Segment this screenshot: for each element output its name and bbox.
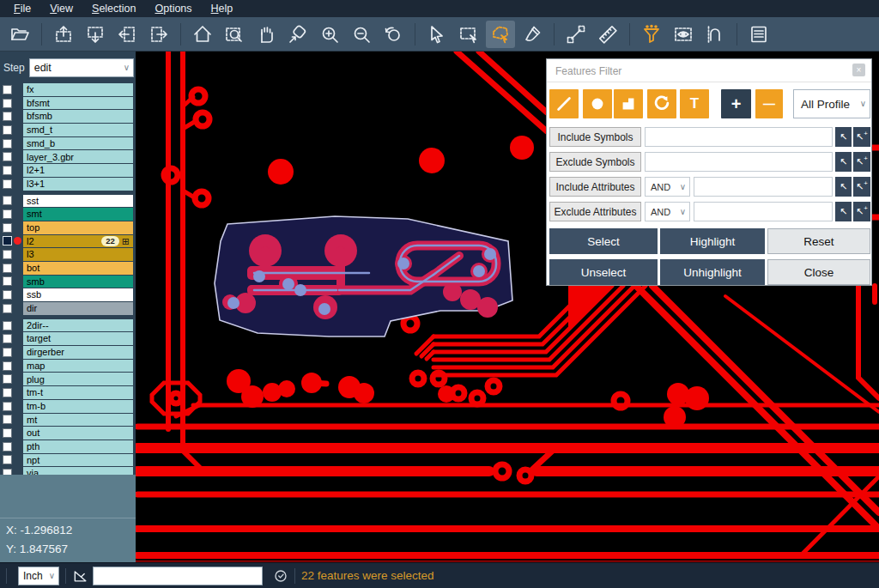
- pan-left-icon[interactable]: [112, 21, 142, 48]
- pick-symbol-icon[interactable]: [835, 152, 852, 172]
- close-icon[interactable]: [852, 64, 865, 76]
- layer-name[interactable]: map: [23, 360, 133, 373]
- layer-row-out[interactable]: out: [0, 427, 136, 439]
- pick-add-attribute-icon[interactable]: [853, 202, 870, 221]
- layer-row-2dir--[interactable]: 2dir--: [0, 319, 136, 332]
- layer-checkbox[interactable]: [3, 388, 12, 397]
- layer-name[interactable]: out: [23, 427, 133, 439]
- layer-name[interactable]: l3: [23, 248, 133, 261]
- layer-name[interactable]: tm-b: [23, 400, 133, 413]
- unit-select[interactable]: Inch: [18, 567, 59, 585]
- layer-checkbox[interactable]: [3, 348, 12, 357]
- layer-checkbox[interactable]: [3, 196, 12, 205]
- layer-row-dirgerber[interactable]: dirgerber: [0, 346, 136, 359]
- layer-row-top[interactable]: top: [0, 221, 136, 234]
- include-symbols-button[interactable]: Include Symbols: [549, 127, 641, 147]
- layer-row-smb[interactable]: smb: [0, 276, 136, 288]
- filter-text-icon[interactable]: [680, 89, 709, 118]
- layer-row-l2[interactable]: l222⊞: [0, 235, 136, 248]
- dialog-titlebar[interactable]: Features Filter: [547, 59, 871, 82]
- layer-checkbox[interactable]: [3, 290, 12, 300]
- include-attributes-input[interactable]: [694, 177, 833, 197]
- layer-row-bot[interactable]: bot: [0, 262, 136, 275]
- zoom-previous-icon[interactable]: [379, 21, 408, 48]
- layer-checkbox[interactable]: [3, 402, 12, 411]
- pan-right-icon[interactable]: [144, 21, 173, 48]
- include-attributes-button[interactable]: Include Attributes: [549, 177, 641, 197]
- pick-attribute-icon[interactable]: [835, 202, 852, 221]
- layer-name[interactable]: sst: [23, 195, 133, 208]
- snap-icon[interactable]: [700, 21, 730, 48]
- exclude-attributes-operator[interactable]: AND: [645, 202, 690, 221]
- layer-row-tm-t[interactable]: tm-t: [0, 386, 136, 399]
- exclude-symbols-input[interactable]: [645, 152, 833, 172]
- layer-checkbox[interactable]: [3, 428, 12, 438]
- layer-row-mt[interactable]: mt: [0, 414, 136, 427]
- layer-name[interactable]: top: [23, 221, 133, 234]
- add-filter-icon[interactable]: [721, 89, 751, 118]
- layer-checkbox[interactable]: [3, 139, 12, 149]
- layer-row-l3+1[interactable]: l3+1: [0, 178, 136, 191]
- log-panel-icon[interactable]: [744, 21, 773, 48]
- layer-checkbox[interactable]: [3, 276, 12, 286]
- layer-name[interactable]: layer_3.gbr: [23, 150, 133, 163]
- pan-down-icon[interactable]: [81, 21, 110, 48]
- highlight-button[interactable]: Highlight: [660, 228, 765, 254]
- pick-attribute-icon[interactable]: [835, 177, 852, 197]
- layer-name[interactable]: target: [23, 332, 133, 345]
- exclude-attributes-input[interactable]: [694, 202, 833, 221]
- filter-arc-icon[interactable]: [647, 89, 676, 118]
- menu-help[interactable]: Help: [203, 1, 242, 16]
- layer-name[interactable]: bfsmb: [23, 110, 133, 123]
- layer-row-l3[interactable]: l3: [0, 248, 136, 261]
- layer-name[interactable]: bfsmt: [23, 97, 133, 110]
- zoom-out-icon[interactable]: [347, 21, 376, 48]
- unselect-button[interactable]: Unselect: [549, 259, 658, 285]
- layer-checkbox[interactable]: [3, 374, 12, 384]
- layer-name[interactable]: tm-t: [23, 386, 133, 399]
- layer-checkbox[interactable]: [3, 125, 12, 135]
- layer-checkbox[interactable]: [3, 112, 12, 121]
- layer-checkbox[interactable]: [3, 166, 12, 175]
- layer-row-fx[interactable]: fx: [0, 83, 136, 96]
- layer-row-target[interactable]: target: [0, 332, 136, 345]
- view-box-icon[interactable]: [669, 21, 698, 48]
- command-input[interactable]: [93, 567, 263, 585]
- polygon-select-icon[interactable]: [486, 21, 515, 48]
- layer-row-bfsmb[interactable]: bfsmb: [0, 110, 136, 123]
- layer-row-dir[interactable]: dir: [0, 302, 136, 315]
- zoom-in-icon[interactable]: [315, 21, 344, 48]
- layer-row-plug[interactable]: plug: [0, 373, 136, 385]
- layer-row-l2+1[interactable]: l2+1: [0, 164, 136, 177]
- layer-checkbox[interactable]: [3, 209, 12, 219]
- layer-name[interactable]: npt: [23, 454, 133, 467]
- layer-name[interactable]: bot: [23, 262, 133, 275]
- layer-row-pth[interactable]: pth: [0, 440, 136, 453]
- exclude-attributes-button[interactable]: Exclude Attributes: [549, 202, 641, 221]
- include-attributes-operator[interactable]: AND: [645, 177, 690, 197]
- layer-row-map[interactable]: map: [0, 360, 136, 373]
- pick-add-symbol-icon[interactable]: [853, 127, 870, 147]
- zoom-window-icon[interactable]: [220, 21, 249, 48]
- layer-name[interactable]: dir: [23, 302, 133, 315]
- layer-row-sst[interactable]: sst: [0, 195, 136, 208]
- layer-checkbox[interactable]: [3, 304, 12, 313]
- select-cursor-icon[interactable]: [422, 21, 452, 48]
- layer-row-smd_t[interactable]: smd_t: [0, 124, 136, 136]
- layer-name[interactable]: plug: [23, 373, 133, 385]
- layer-checkbox[interactable]: [3, 223, 12, 233]
- reset-button[interactable]: Reset: [767, 228, 870, 254]
- layer-name[interactable]: 2dir--: [23, 319, 133, 332]
- layer-name[interactable]: l3+1: [23, 178, 133, 191]
- layer-row-smd_b[interactable]: smd_b: [0, 137, 136, 150]
- layer-name[interactable]: smb: [23, 276, 133, 288]
- refresh-icon[interactable]: [273, 568, 288, 584]
- include-symbols-input[interactable]: [645, 127, 833, 147]
- layer-name[interactable]: l222⊞: [23, 235, 133, 248]
- angle-tool-icon[interactable]: [72, 567, 89, 585]
- remove-filter-icon[interactable]: [755, 89, 783, 118]
- home-view-icon[interactable]: [188, 21, 217, 48]
- layer-name[interactable]: smd_b: [23, 137, 133, 150]
- layer-row-bfsmt[interactable]: bfsmt: [0, 97, 136, 110]
- menu-view[interactable]: View: [41, 1, 82, 16]
